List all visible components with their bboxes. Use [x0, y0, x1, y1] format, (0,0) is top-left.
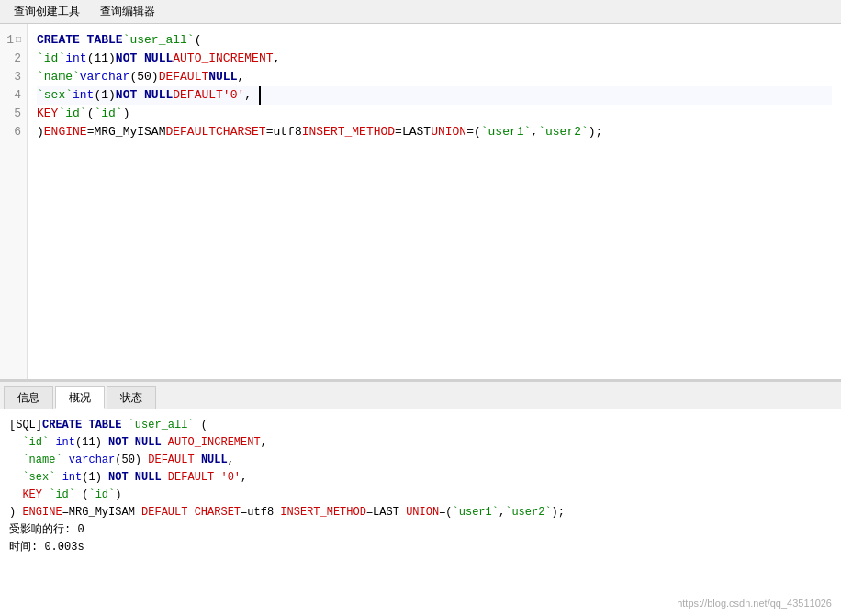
- output-line-3: `sex` int(1) NOT NULL DEFAULT '0',: [9, 469, 832, 487]
- menu-bar: 查询创建工具 查询编辑器: [0, 0, 841, 24]
- output-content: [SQL]CREATE TABLE `user_all` ( `id` int(…: [0, 409, 841, 616]
- code-line-4: `sex` int(1) NOT NULL DEFAULT '0',: [37, 86, 832, 105]
- output-line-1: `id` int(11) NOT NULL AUTO_INCREMENT,: [9, 434, 832, 452]
- token-kw-blue: NOT NULL: [116, 86, 173, 105]
- token-backtick: `user2`: [538, 123, 589, 141]
- token-plain: =LAST: [395, 123, 431, 141]
- token-plain: );: [589, 123, 603, 141]
- token-kw-type: varchar: [80, 68, 130, 86]
- output-line-5: ) ENGINE=MRG_MyISAM DEFAULT CHARSET=utf8…: [9, 504, 832, 521]
- editor-container: 1□23456 CREATE TABLE `user_all` ( `id` i…: [0, 24, 841, 382]
- token-kw-type: int: [73, 86, 94, 105]
- token-plain: (: [195, 31, 202, 50]
- token-backtick: `id`: [58, 105, 86, 123]
- menu-query-editor[interactable]: 查询编辑器: [90, 0, 165, 23]
- token-plain: =utf8: [266, 123, 302, 141]
- line-number-3: 3: [0, 68, 27, 86]
- token-backtick: `id`: [94, 105, 122, 123]
- output-line-7: 时间: 0.003s: [9, 539, 832, 556]
- line-number-2: 2: [0, 50, 27, 68]
- code-line-6: ) ENGINE=MRG_MyISAM DEFAULT CHARSET=utf8…: [37, 123, 832, 141]
- line-numbers: 1□23456: [0, 24, 28, 379]
- tab-info[interactable]: 信息: [4, 386, 53, 409]
- token-plain: ): [123, 105, 130, 123]
- line-number-6: 6: [0, 123, 27, 141]
- output-line-0: [SQL]CREATE TABLE `user_all` (: [9, 417, 832, 434]
- line-number-4: 4: [0, 86, 27, 105]
- token-backtick: `user_all`: [123, 31, 195, 50]
- token-plain: ): [37, 123, 44, 141]
- bottom-panel: 信息概况状态 [SQL]CREATE TABLE `user_all` ( `i…: [0, 382, 841, 616]
- tab-status[interactable]: 状态: [107, 386, 156, 409]
- token-kw-red: DEFAULT: [173, 86, 223, 105]
- token-backtick: `name`: [37, 68, 80, 86]
- token-kw-red: ENGINE: [44, 123, 87, 141]
- output-line-6: 受影响的行: 0: [9, 521, 832, 539]
- token-plain: (1): [94, 86, 115, 105]
- code-line-5: KEY `id` (`id`): [37, 105, 832, 123]
- token-backtick: `user1`: [481, 123, 532, 141]
- token-plain: (: [87, 105, 95, 123]
- menu-query-create[interactable]: 查询创建工具: [4, 0, 90, 23]
- token-kw-red: DEFAULT: [165, 123, 216, 141]
- token-plain: =(: [466, 123, 481, 141]
- token-backtick: `id`: [37, 50, 65, 68]
- token-kw-red: INSERT_METHOD: [302, 123, 395, 141]
- token-kw-blue: NOT NULL: [116, 50, 173, 68]
- token-plain: ,: [237, 68, 244, 86]
- token-kw-blue: CREATE TABLE: [37, 31, 123, 50]
- token-plain: (50): [129, 68, 158, 86]
- token-plain: ,: [531, 123, 538, 141]
- token-kw-red: KEY: [37, 105, 58, 123]
- tabs-bar: 信息概况状态: [0, 382, 841, 409]
- code-line-1: CREATE TABLE `user_all` (: [37, 31, 832, 50]
- code-line-2: `id` int(11) NOT NULL AUTO_INCREMENT,: [37, 50, 832, 68]
- token-kw-red: UNION: [431, 123, 466, 141]
- line-number-1: 1□: [0, 31, 27, 50]
- token-plain: (11): [87, 50, 116, 68]
- token-plain: ,: [273, 50, 280, 68]
- code-line-3: `name` varchar(50) DEFAULT NULL,: [37, 68, 832, 86]
- code-area[interactable]: CREATE TABLE `user_all` ( `id` int(11) N…: [28, 24, 841, 379]
- token-str-val: '0': [223, 86, 244, 105]
- output-line-2: `name` varchar(50) DEFAULT NULL,: [9, 452, 832, 469]
- watermark: https://blog.csdn.net/qq_43511026: [677, 598, 832, 609]
- token-kw-red: AUTO_INCREMENT: [173, 50, 273, 68]
- collapse-btn-1[interactable]: □: [16, 31, 21, 50]
- token-plain: ,: [244, 86, 252, 105]
- text-cursor: [252, 86, 261, 105]
- token-kw-type: int: [65, 50, 86, 68]
- token-backtick: `sex`: [37, 86, 73, 105]
- token-plain: =MRG_MyISAM: [87, 123, 166, 141]
- output-line-4: KEY `id` (`id`): [9, 487, 832, 504]
- token-kw-red: CHARSET: [216, 123, 266, 141]
- line-number-5: 5: [0, 105, 27, 123]
- token-kw-red: DEFAULT: [159, 68, 209, 86]
- token-kw-blue: NULL: [208, 68, 237, 86]
- tab-overview[interactable]: 概况: [55, 386, 105, 409]
